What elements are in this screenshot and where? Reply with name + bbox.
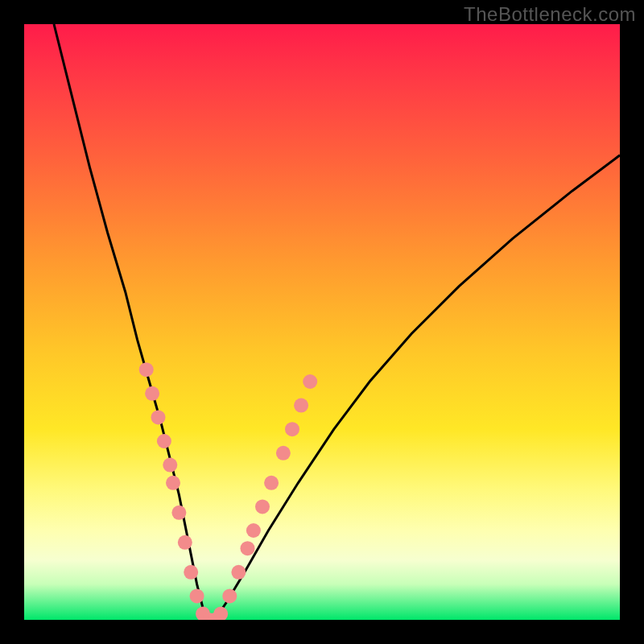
data-marker <box>178 535 192 550</box>
plot-area <box>24 24 620 620</box>
data-marker <box>171 506 186 520</box>
data-marker <box>139 362 154 377</box>
data-marker <box>190 588 204 603</box>
data-marker <box>157 434 171 448</box>
data-marker <box>145 386 159 401</box>
data-marker <box>303 374 317 389</box>
data-marker <box>255 499 270 514</box>
data-marker <box>241 541 255 555</box>
data-marker <box>246 523 261 538</box>
data-marker <box>231 565 246 580</box>
data-marker <box>184 565 198 580</box>
data-marker <box>166 476 180 490</box>
data-marker <box>264 476 279 490</box>
chart-container: TheBottleneck.com <box>0 0 644 644</box>
data-marker <box>213 607 228 620</box>
bottleneck-curve <box>54 24 620 620</box>
data-marker <box>163 458 177 473</box>
watermark-text: TheBottleneck.com <box>464 3 636 26</box>
data-marker <box>276 446 291 460</box>
data-marker <box>294 398 308 413</box>
marker-group <box>139 362 318 620</box>
data-marker <box>285 422 299 436</box>
data-marker <box>151 410 166 424</box>
curve-layer <box>24 24 620 620</box>
data-marker <box>222 588 237 603</box>
